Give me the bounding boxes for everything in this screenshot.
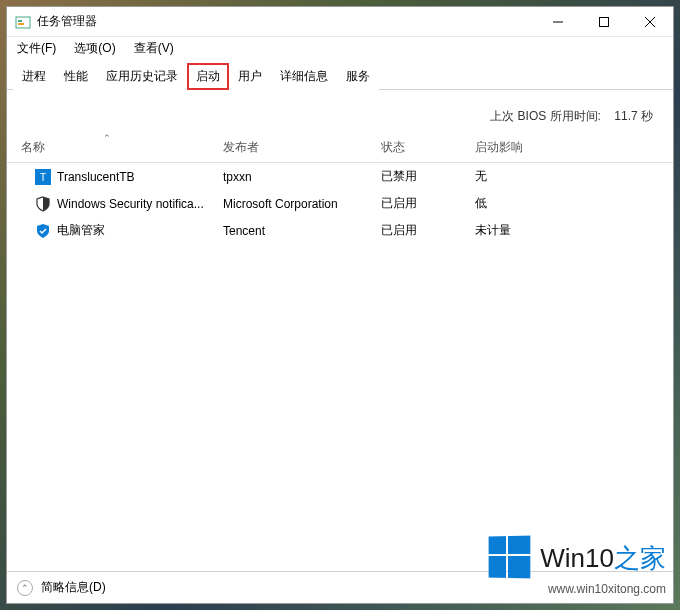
list-item[interactable]: 电脑管家 Tencent 已启用 未计量 — [7, 217, 673, 244]
watermark-url: www.win10xitong.com — [488, 582, 666, 596]
tab-startup[interactable]: 启动 — [187, 63, 229, 90]
bios-value: 11.7 秒 — [614, 109, 653, 123]
tab-app-history[interactable]: 应用历史记录 — [97, 63, 187, 90]
item-name: TranslucentTB — [57, 170, 135, 184]
watermark: Win10之家 www.win10xitong.com — [488, 536, 666, 596]
header-publisher[interactable]: 发布者 — [223, 139, 381, 156]
app-icon — [15, 14, 31, 30]
header-name[interactable]: 名称 ⌃ — [15, 139, 223, 156]
item-impact: 无 — [475, 168, 665, 185]
menu-options[interactable]: 选项(O) — [70, 38, 119, 59]
tab-details[interactable]: 详细信息 — [271, 63, 337, 90]
svg-rect-0 — [16, 17, 30, 28]
item-impact: 低 — [475, 195, 665, 212]
startup-list: T TranslucentTB tpxxn 已禁用 无 Windows Secu… — [7, 163, 673, 571]
minimize-button[interactable] — [535, 7, 581, 37]
item-name: Windows Security notifica... — [57, 197, 204, 211]
chevron-up-icon[interactable]: ⌃ — [17, 580, 33, 596]
svg-rect-4 — [600, 17, 609, 26]
bios-label: 上次 BIOS 所用时间: — [490, 109, 601, 123]
tab-performance[interactable]: 性能 — [55, 63, 97, 90]
tab-processes[interactable]: 进程 — [13, 63, 55, 90]
column-headers: 名称 ⌃ 发布者 状态 启动影响 — [7, 133, 673, 163]
tab-services[interactable]: 服务 — [337, 63, 379, 90]
brief-info-button[interactable]: 简略信息(D) — [41, 579, 106, 596]
menu-file[interactable]: 文件(F) — [13, 38, 60, 59]
item-publisher: Microsoft Corporation — [223, 197, 381, 211]
app-square-icon: T — [35, 169, 51, 185]
watermark-brand: Win10之家 — [540, 541, 666, 576]
item-status: 已禁用 — [381, 168, 475, 185]
menu-view[interactable]: 查看(V) — [130, 38, 178, 59]
item-status: 已启用 — [381, 195, 475, 212]
shield-icon — [35, 196, 51, 212]
tab-users[interactable]: 用户 — [229, 63, 271, 90]
menubar: 文件(F) 选项(O) 查看(V) — [7, 37, 673, 59]
svg-rect-1 — [18, 20, 22, 22]
tabs: 进程 性能 应用历史记录 启动 用户 详细信息 服务 — [7, 59, 673, 90]
item-impact: 未计量 — [475, 222, 665, 239]
item-publisher: tpxxn — [223, 170, 381, 184]
header-impact[interactable]: 启动影响 — [475, 139, 665, 156]
titlebar: 任务管理器 — [7, 7, 673, 37]
list-item[interactable]: Windows Security notifica... Microsoft C… — [7, 190, 673, 217]
bios-time-row: 上次 BIOS 所用时间: 11.7 秒 — [7, 90, 673, 133]
item-name: 电脑管家 — [57, 222, 105, 239]
sort-indicator-icon: ⌃ — [103, 133, 111, 143]
shield-blue-icon — [35, 223, 51, 239]
window-title: 任务管理器 — [37, 13, 97, 30]
header-status[interactable]: 状态 — [381, 139, 475, 156]
item-status: 已启用 — [381, 222, 475, 239]
maximize-button[interactable] — [581, 7, 627, 37]
svg-rect-2 — [18, 23, 24, 25]
item-publisher: Tencent — [223, 224, 381, 238]
windows-logo-icon — [489, 535, 533, 580]
svg-text:T: T — [40, 172, 46, 183]
close-button[interactable] — [627, 7, 673, 37]
task-manager-window: 任务管理器 文件(F) 选项(O) 查看(V) 进程 性能 应用历史记录 启动 … — [6, 6, 674, 604]
list-item[interactable]: T TranslucentTB tpxxn 已禁用 无 — [7, 163, 673, 190]
